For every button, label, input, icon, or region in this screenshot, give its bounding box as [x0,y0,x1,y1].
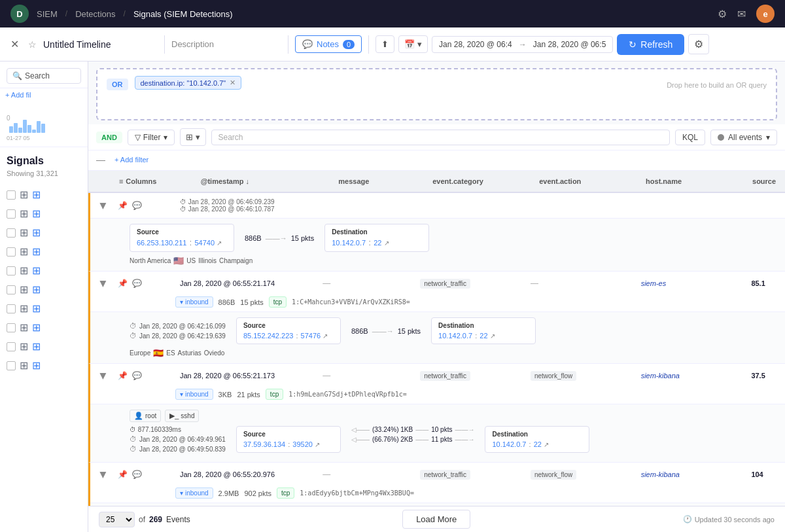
th-event-category[interactable]: event.category [427,175,534,188]
nav-detections[interactable]: Detections [75,9,115,19]
traffic-stats: 886B ——→ 15 pkts [351,317,421,344]
list-item[interactable]: ⊞ ⊞ [0,280,88,299]
notes-label: Notes [317,39,339,49]
th-source[interactable]: source [747,175,785,188]
dest-ip[interactable]: 10.142.0.7 [492,440,526,448]
pin-button[interactable]: 📌 [116,469,129,480]
source-port[interactable]: 54740 [195,239,215,247]
dest-ip[interactable]: 10.142.0.7 [438,332,472,340]
event-category-badge: network_traffic [420,279,470,289]
pagination: 25 50 100 of 269 Events [99,512,190,527]
source-port[interactable]: 39520 [292,440,313,448]
filter-tag-close[interactable]: ✕ [230,79,236,87]
row-expand-btn[interactable]: ▶ [90,371,116,381]
filter-button[interactable]: ▽ Filter ▾ [128,130,175,145]
node-icon: ⊞ [20,226,28,239]
note-button[interactable]: 💬 [131,277,143,289]
th-timestamp[interactable]: @timestamp ↓ [196,175,334,188]
user-avatar[interactable]: e [756,5,775,23]
row-checkbox[interactable] [7,209,16,219]
row-expand-btn[interactable]: ▶ [90,279,116,289]
page-size-select[interactable]: 25 50 100 [99,512,135,527]
th-host-name[interactable]: host.name [640,175,747,188]
bar [23,120,27,133]
protocol-badge: tcp [269,296,287,308]
search-input-area[interactable]: Search [211,130,670,145]
user-icon: 👤 [134,412,143,420]
bar [32,130,36,133]
sidebar-search-button[interactable]: 🔍 Search [7,68,81,84]
dest-link-icon[interactable]: ↗ [544,441,549,448]
pin-button[interactable]: 📌 [116,277,129,289]
list-item[interactable]: ⊞ ⊞ [0,318,88,337]
all-events-button[interactable]: All events ▾ [710,130,777,145]
row-checkbox[interactable] [7,190,16,200]
pin-button[interactable]: 📌 [116,370,129,381]
load-more-button[interactable]: Load More [402,510,470,529]
source-ip[interactable]: 85.152.242.223 [243,332,293,340]
calendar-button[interactable]: 📅 ▾ [398,35,428,53]
dest-port[interactable]: 22 [534,440,542,448]
timeline-title-input[interactable] [43,39,158,50]
th-columns[interactable]: ≡ Columns [114,175,196,188]
dest-link-icon[interactable]: ↗ [384,239,389,247]
timeline-description-input[interactable] [171,39,281,49]
list-item[interactable]: ⊞ ⊞ [0,185,88,204]
dest-link-icon[interactable]: ↗ [490,332,495,340]
timeline-star-button[interactable]: ☆ [26,37,39,52]
th-message[interactable]: message [333,175,427,188]
dest-port[interactable]: 22 [480,332,487,340]
row-checkbox[interactable] [7,247,16,257]
row-checkbox[interactable] [7,285,16,294]
filter-type-button[interactable]: ⊞ ▾ [180,128,206,146]
export-button[interactable]: ⬆ [375,35,394,53]
row-actions: 📌 💬 [116,277,175,289]
th-event-action[interactable]: event.action [534,175,640,188]
row-checkbox[interactable] [7,323,16,332]
refresh-button[interactable]: ↻ Refresh [617,34,684,55]
refresh-icon: ↻ [629,39,637,50]
nav-siem[interactable]: SIEM [37,9,58,19]
list-item[interactable]: ⊞ ⊞ [0,242,88,261]
row-checkbox[interactable] [7,361,16,370]
sidebar-add-filter-button[interactable]: + Add fil [0,88,88,101]
row-checkbox[interactable] [7,266,16,275]
process-name: sshd [181,412,194,419]
mail-icon[interactable]: ✉ [737,8,746,20]
timeline-close-button[interactable]: ✕ [8,35,22,53]
row-checkbox[interactable] [7,228,16,238]
add-filter-button[interactable]: + Add filter [109,153,154,166]
list-item[interactable]: ⊞ ⊞ [0,299,88,318]
kql-button[interactable]: KQL [675,130,705,145]
note-button[interactable]: 💬 [131,370,143,381]
source-link-icon[interactable]: ↗ [315,441,320,448]
settings-icon[interactable]: ⚙ [718,8,727,20]
source-ip[interactable]: 37.59.36.134 [243,440,285,448]
date-range-selector[interactable]: Jan 28, 2020 @ 06:4 → Jan 28, 2020 @ 06:… [432,36,613,53]
dest-port[interactable]: 22 [374,239,381,247]
timestamp-line1: ⏱ Jan 28, 2020 @ 06:46:09.239 [180,198,312,205]
row-expand-btn[interactable]: ▶ [90,470,116,480]
note-button[interactable]: 💬 [131,200,143,211]
flag-icon: 🇺🇸 [173,256,184,266]
source-link-icon[interactable]: ↗ [323,332,328,340]
dest-ip[interactable]: 10.142.0.7 [332,239,366,247]
source-link-icon[interactable]: ↗ [217,239,222,247]
timeline-settings-button[interactable]: ⚙ [688,34,709,54]
src-dest-section: Source 37.59.36.134 : 39520 ↗ ◁—— [236,426,746,453]
source-ip[interactable]: 66.253.130.211 [137,239,186,247]
list-item[interactable]: ⊞ ⊞ [0,356,88,375]
notes-button[interactable]: 💬 Notes 0 [295,35,362,53]
flow-bytes: 3KB [218,391,232,399]
list-item[interactable]: ⊞ ⊞ [0,204,88,223]
row-expand-btn[interactable]: ▶ [90,201,116,211]
row-checkbox[interactable] [7,304,16,313]
source-port[interactable]: 57476 [301,332,321,340]
note-button[interactable]: 💬 [131,469,143,480]
list-item[interactable]: ⊞ ⊞ [0,261,88,280]
row-checkbox[interactable] [7,342,16,351]
host-name-value: siem-es [641,279,667,287]
list-item[interactable]: ⊞ ⊞ [0,337,88,356]
list-item[interactable]: ⊞ ⊞ [0,223,88,242]
pin-button[interactable]: 📌 [116,200,129,211]
